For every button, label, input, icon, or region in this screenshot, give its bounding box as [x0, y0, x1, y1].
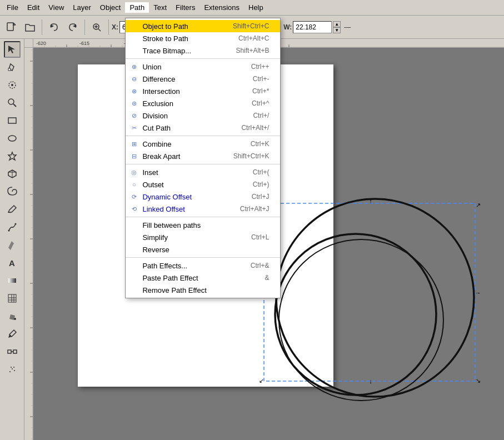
menu-item-stroke-to-path[interactable]: Stroke to Path Ctrl+Alt+C: [126, 32, 280, 44]
rect-tool-button[interactable]: [4, 112, 21, 129]
menu-item-paste-path-effect[interactable]: Paste Path Effect &: [126, 272, 280, 284]
svg-point-33: [14, 370, 15, 371]
menu-item-label: Fill between paths: [142, 221, 201, 229]
menu-item-object-to-path[interactable]: Object to Path Shift+Ctrl+C: [126, 20, 280, 32]
w-label: W:: [283, 23, 292, 31]
menu-separator-5: [126, 257, 280, 258]
select-tool-button[interactable]: [4, 41, 21, 58]
intersection-icon: ⊗: [129, 86, 139, 96]
svg-text:↘: ↘: [476, 377, 481, 384]
menu-item-label: Intersection: [142, 87, 179, 96]
menu-item-combine[interactable]: ⊞ Combine Ctrl+K: [126, 138, 280, 150]
ellipse-tool-button[interactable]: [4, 130, 21, 147]
menu-item-label: Object to Path: [142, 22, 188, 31]
menu-help[interactable]: Help: [244, 0, 268, 15]
svg-point-27: [14, 318, 16, 320]
w-increment-button[interactable]: ▲: [333, 21, 341, 27]
linked-offset-icon: ⟲: [129, 204, 139, 214]
menu-file[interactable]: File: [2, 0, 23, 15]
paint-bucket-tool-button[interactable]: [4, 308, 21, 324]
menu-item-label: Cut Path: [142, 124, 171, 132]
w-input[interactable]: [293, 21, 332, 33]
svg-rect-13: [8, 118, 16, 123]
menu-item-shortcut: Ctrl+Alt+/: [241, 124, 269, 132]
star-tool-button[interactable]: [4, 148, 21, 164]
text-tool-button[interactable]: A: [4, 254, 21, 271]
zoom-in-button[interactable]: [88, 18, 106, 36]
svg-rect-28: [8, 350, 11, 353]
menu-item-path-effects[interactable]: Path Effects... Ctrl+&: [126, 259, 280, 272]
menu-item-linked-offset[interactable]: ⟲ Linked Offset Ctrl+Alt+J: [126, 203, 280, 215]
menu-item-label: Trace Bitmap...: [142, 47, 191, 55]
svg-rect-8: [8, 68, 11, 71]
menu-item-break-apart[interactable]: ⊟ Break Apart Shift+Ctrl+K: [126, 150, 280, 162]
mesh-tool-button[interactable]: [4, 290, 21, 307]
menu-item-trace-bitmap[interactable]: Trace Bitmap... Shift+Alt+B: [126, 44, 280, 57]
menu-item-division[interactable]: ⊘ Division Ctrl+/: [126, 109, 280, 122]
menu-item-reverse[interactable]: Reverse: [126, 243, 280, 256]
svg-point-35: [13, 367, 14, 368]
menu-item-label: Inset: [142, 168, 158, 177]
menu-item-union[interactable]: ⊕ Union Ctrl++: [126, 61, 280, 73]
menu-item-fill-between-paths[interactable]: Fill between paths: [126, 219, 280, 231]
menu-item-shortcut: Ctrl+L: [251, 233, 269, 241]
w-decrement-button[interactable]: ▼: [333, 27, 341, 33]
menu-item-simplify[interactable]: Simplify Ctrl+L: [126, 231, 280, 243]
menu-item-outset[interactable]: ○ Outset Ctrl+): [126, 178, 280, 191]
menu-view[interactable]: View: [44, 0, 68, 15]
svg-text:↗: ↗: [476, 202, 481, 208]
menu-item-shortcut: Ctrl+Alt+C: [238, 34, 269, 42]
menu-filters[interactable]: Filters: [171, 0, 199, 15]
menu-item-label: Difference: [142, 75, 175, 83]
menu-item-cut-path[interactable]: ✂ Cut Path Ctrl+Alt+/: [126, 122, 280, 134]
tweak-tool-button[interactable]: [4, 77, 21, 93]
menu-item-dynamic-offset[interactable]: ⟳ Dynamic Offset Ctrl+J: [126, 191, 280, 203]
gradient-tool-button[interactable]: [4, 272, 21, 289]
difference-icon: ⊖: [129, 74, 139, 84]
left-toolbar: A: [0, 39, 24, 440]
menu-layer[interactable]: Layer: [68, 0, 96, 15]
toolbar-separator-1: [42, 19, 42, 35]
svg-marker-3: [73, 24, 76, 28]
menu-extensions[interactable]: Extensions: [199, 0, 244, 15]
ruler-left: [24, 39, 33, 440]
svg-point-11: [8, 99, 14, 104]
svg-point-32: [12, 368, 13, 369]
menu-item-shortcut: Shift+Ctrl+K: [233, 152, 270, 160]
svg-text:-620: -620: [36, 41, 46, 46]
pencil-tool-button[interactable]: [4, 201, 21, 218]
svg-point-34: [11, 367, 12, 368]
x-label: X:: [112, 23, 118, 31]
open-button[interactable]: [21, 18, 39, 36]
menu-item-label: Path Effects...: [142, 262, 187, 270]
menu-item-remove-path-effect[interactable]: Remove Path Effect: [126, 284, 280, 296]
inset-icon: ◎: [129, 167, 139, 177]
menu-item-shortcut: Ctrl+^: [252, 99, 269, 107]
menu-edit[interactable]: Edit: [23, 0, 44, 15]
menu-item-shortcut: Shift+Alt+B: [236, 47, 269, 54]
menu-item-label: Linked Offset: [142, 205, 184, 213]
connector-tool-button[interactable]: [4, 343, 21, 360]
menu-item-intersection[interactable]: ⊗ Intersection Ctrl+*: [126, 85, 280, 97]
dropper-tool-button[interactable]: [4, 326, 21, 342]
menu-text[interactable]: Text: [149, 0, 171, 15]
undo-button[interactable]: [45, 18, 63, 36]
new-button[interactable]: [2, 18, 20, 36]
spray-tool-button[interactable]: [4, 361, 21, 378]
calligraphy-tool-button[interactable]: [4, 237, 21, 253]
menu-path[interactable]: Path: [125, 2, 149, 13]
3d-box-tool-button[interactable]: [4, 166, 21, 182]
redo-button[interactable]: [64, 18, 82, 36]
svg-point-14: [8, 136, 16, 141]
menu-item-inset[interactable]: ◎ Inset Ctrl+(: [126, 166, 280, 178]
menu-item-shortcut: Ctrl+-: [253, 75, 270, 83]
pen-tool-button[interactable]: [4, 219, 21, 236]
menu-object[interactable]: Object: [96, 0, 126, 15]
menu-item-exclusion[interactable]: ⊛ Exclusion Ctrl+^: [126, 97, 280, 109]
node-tool-button[interactable]: [4, 59, 21, 76]
spiral-tool-button[interactable]: [4, 183, 21, 200]
menu-item-label: Reverse: [142, 246, 169, 254]
menu-item-difference[interactable]: ⊖ Difference Ctrl+-: [126, 73, 280, 85]
menu-item-shortcut: Ctrl+J: [252, 193, 270, 201]
zoom-tool-button[interactable]: [4, 94, 21, 111]
